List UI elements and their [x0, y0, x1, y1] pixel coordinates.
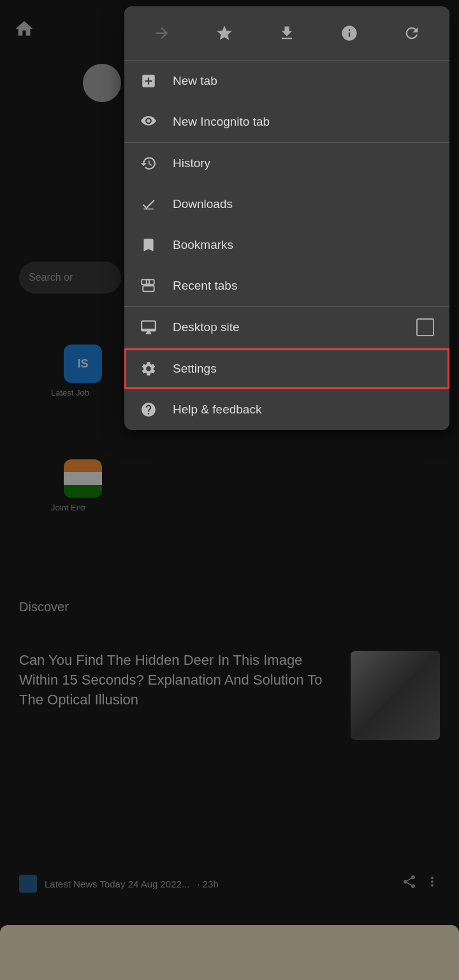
- menu-item-new-incognito[interactable]: New Incognito tab: [124, 101, 449, 142]
- recent-tabs-label: Recent tabs: [173, 279, 434, 293]
- svg-rect-0: [142, 279, 149, 285]
- bookmarks-icon: [140, 236, 157, 254]
- browser-menu: New tab New Incognito tab History: [124, 6, 449, 430]
- incognito-icon: [140, 113, 157, 131]
- page-info-button[interactable]: [334, 18, 365, 48]
- incognito-label: New Incognito tab: [173, 115, 434, 129]
- help-icon: [140, 401, 157, 419]
- menu-item-bookmarks[interactable]: Bookmarks: [124, 225, 449, 265]
- new-tab-icon: [140, 72, 157, 90]
- menu-item-downloads[interactable]: Downloads: [124, 184, 449, 225]
- bookmark-star-button[interactable]: [209, 18, 240, 48]
- history-label: History: [173, 156, 434, 170]
- help-label: Help & feedback: [173, 403, 434, 417]
- menu-item-recent-tabs[interactable]: Recent tabs: [124, 265, 449, 306]
- downloads-label: Downloads: [173, 197, 434, 211]
- forward-button[interactable]: [147, 18, 177, 48]
- menu-item-settings[interactable]: Settings: [124, 348, 449, 389]
- menu-toolbar: [124, 6, 449, 61]
- menu-item-help[interactable]: Help & feedback: [124, 389, 449, 430]
- history-icon: [140, 154, 157, 172]
- recent-tabs-icon: [140, 277, 157, 295]
- desktop-site-label: Desktop site: [173, 320, 401, 334]
- desktop-site-icon: [140, 318, 157, 336]
- desktop-site-checkbox[interactable]: [416, 318, 434, 336]
- settings-label: Settings: [173, 362, 434, 376]
- svg-rect-1: [143, 286, 154, 292]
- download-button[interactable]: [272, 18, 302, 48]
- menu-item-desktop-site[interactable]: Desktop site: [124, 307, 449, 348]
- new-tab-label: New tab: [173, 74, 434, 88]
- refresh-button[interactable]: [397, 18, 427, 48]
- settings-icon: [140, 360, 157, 378]
- bookmarks-label: Bookmarks: [173, 238, 434, 252]
- svg-rect-2: [147, 279, 154, 285]
- menu-item-new-tab[interactable]: New tab: [124, 61, 449, 101]
- downloads-icon: [140, 195, 157, 213]
- menu-item-history[interactable]: History: [124, 143, 449, 184]
